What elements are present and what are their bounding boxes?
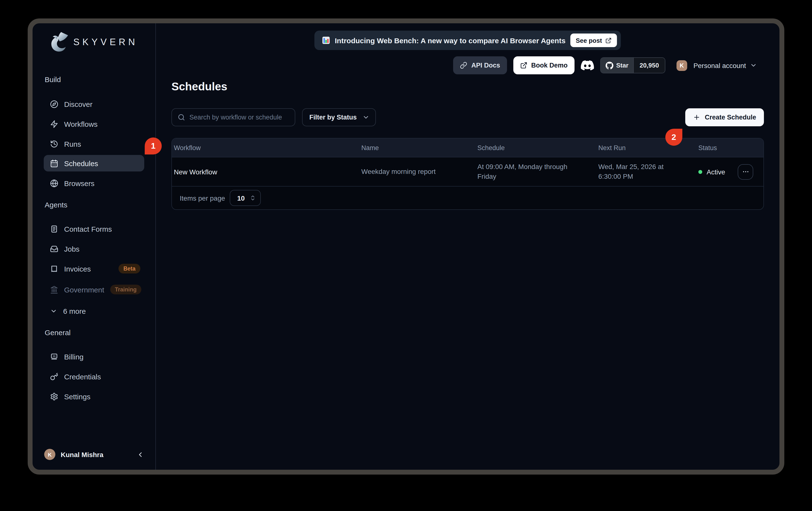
sidebar-item-label: Invoices — [64, 264, 91, 273]
compass-icon — [50, 100, 58, 108]
see-post-label: See post — [576, 37, 602, 44]
schedules-table: Workflow Name Schedule Next Run Status N… — [171, 138, 764, 210]
section-label-build: Build — [45, 75, 61, 84]
bar-chart-emoji-icon — [322, 36, 330, 44]
see-post-button[interactable]: See post — [571, 33, 617, 47]
sidebar-item-label: Billing — [64, 352, 84, 361]
ellipsis-icon — [742, 168, 749, 175]
account-avatar[interactable]: K — [676, 60, 687, 71]
active-status-dot — [698, 170, 702, 174]
training-badge: Training — [110, 285, 141, 294]
sidebar-item-credentials[interactable]: Credentials — [44, 368, 144, 385]
desktop: SKYVERN Build Discover Workflows Runs Sc… — [0, 0, 812, 511]
receipt-icon — [50, 264, 58, 273]
external-link-icon — [520, 62, 527, 69]
sidebar-item-label: Discover — [64, 100, 92, 108]
sidebar-item-more[interactable]: 6 more — [44, 303, 144, 319]
col-schedule: Schedule — [475, 144, 597, 151]
chevron-down-icon — [362, 114, 370, 121]
announcement-banner: Introducing Web Bench: A new way to comp… — [315, 31, 621, 50]
create-schedule-button[interactable]: Create Schedule — [685, 108, 764, 126]
lightning-icon — [50, 120, 58, 128]
sidebar-item-label: Browsers — [64, 179, 94, 187]
gear-icon — [50, 392, 58, 400]
account-menu[interactable]: Personal account — [694, 61, 757, 69]
bank-icon — [50, 285, 58, 294]
col-workflow: Workflow — [172, 144, 359, 151]
user-name: Kunal Mishra — [61, 451, 104, 458]
page-title: Schedules — [171, 80, 227, 93]
app-window: SKYVERN Build Discover Workflows Runs Sc… — [28, 19, 784, 475]
cell-name: Weekday morning report — [359, 167, 475, 176]
sidebar-item-label: Government — [64, 285, 104, 294]
chevron-down-icon — [750, 62, 757, 69]
discord-icon[interactable] — [581, 59, 594, 72]
book-demo-label: Book Demo — [531, 62, 568, 69]
section-label-agents: Agents — [45, 201, 67, 209]
banner-text: Introducing Web Bench: A new way to comp… — [335, 36, 566, 45]
cell-workflow: New Workflow — [172, 168, 359, 176]
sidebar-item-label: Credentials — [64, 372, 101, 380]
api-docs-label: API Docs — [471, 62, 500, 69]
main-content: Introducing Web Bench: A new way to comp… — [156, 23, 780, 470]
table-footer: Items per page 10 — [172, 187, 763, 209]
chevron-down-icon — [50, 307, 57, 314]
star-label: Star — [616, 62, 629, 69]
chevron-left-icon[interactable] — [137, 451, 144, 458]
sidebar: SKYVERN Build Discover Workflows Runs Sc… — [32, 23, 156, 470]
chevrons-up-down-icon — [250, 195, 256, 201]
col-status: Status — [696, 144, 763, 151]
sidebar-item-label: Settings — [64, 392, 90, 400]
api-docs-button[interactable]: API Docs — [453, 56, 507, 74]
sidebar-item-workflows[interactable]: Workflows — [44, 116, 144, 132]
col-name: Name — [359, 144, 475, 151]
cell-status: Active — [696, 158, 763, 186]
github-icon — [606, 61, 613, 69]
star-count: 20,950 — [633, 58, 665, 73]
sidebar-item-label: Jobs — [64, 245, 79, 253]
book-demo-button[interactable]: Book Demo — [513, 56, 574, 74]
filter-by-status-button[interactable]: Filter by Status — [302, 108, 376, 126]
sidebar-item-billing[interactable]: Billing — [44, 348, 144, 365]
sidebar-item-jobs[interactable]: Jobs — [44, 240, 144, 257]
beta-badge: Beta — [118, 264, 140, 274]
table-row[interactable]: New Workflow Weekday morning report At 0… — [172, 158, 763, 187]
sidebar-item-government[interactable]: Government Training — [44, 281, 144, 298]
items-per-page-label: Items per page — [180, 194, 225, 202]
avatar: K — [44, 449, 55, 460]
create-schedule-label: Create Schedule — [705, 114, 756, 121]
topbar: API Docs Book Demo Star 20,950 K Persona… — [453, 56, 757, 74]
github-star-button[interactable]: Star 20,950 — [600, 57, 665, 73]
search-input[interactable] — [190, 114, 289, 121]
section-label-general: General — [45, 329, 71, 337]
filter-label: Filter by Status — [309, 114, 357, 121]
controls-row: Filter by Status Create Schedule — [171, 108, 764, 126]
sidebar-item-settings[interactable]: Settings — [44, 388, 144, 405]
skyvern-logo-icon — [49, 31, 69, 53]
inbox-icon — [50, 245, 58, 253]
document-lines-icon — [50, 225, 58, 233]
sidebar-item-label: Runs — [64, 140, 81, 148]
page-size-select[interactable]: 10 — [230, 190, 261, 206]
sidebar-item-label: Schedules — [64, 159, 98, 167]
status-badge: Active — [706, 168, 725, 176]
col-next-run: Next Run — [597, 144, 696, 151]
sidebar-item-contact-forms[interactable]: Contact Forms — [44, 221, 144, 237]
link-icon — [460, 62, 467, 69]
sidebar-item-schedules[interactable]: Schedules — [44, 155, 144, 171]
sidebar-item-discover[interactable]: Discover — [44, 96, 144, 112]
row-actions-button[interactable] — [738, 164, 753, 179]
user-profile[interactable]: K Kunal Mishra — [44, 449, 144, 460]
plus-icon — [693, 114, 700, 121]
sidebar-item-runs[interactable]: Runs — [44, 136, 144, 152]
cell-schedule: At 09:00 AM, Monday through Friday — [475, 162, 573, 181]
external-link-icon — [605, 37, 612, 44]
calendar-icon — [50, 159, 58, 167]
page-size-value: 10 — [237, 194, 245, 202]
globe-icon — [50, 179, 58, 187]
annotation-badge-2: 2 — [665, 129, 682, 146]
sidebar-item-browsers[interactable]: Browsers — [44, 175, 144, 191]
sidebar-item-invoices[interactable]: Invoices Beta — [44, 260, 144, 277]
annotation-badge-1: 1 — [145, 138, 162, 154]
cell-next-run: Wed, Mar 25, 2026 at 6:30:00 PM — [597, 162, 672, 181]
